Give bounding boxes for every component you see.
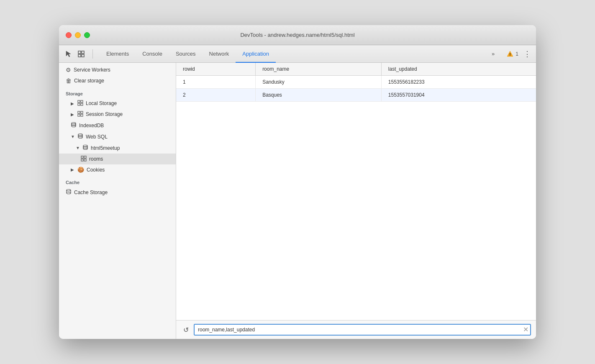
svg-rect-1	[82, 51, 84, 54]
rooms-icon	[81, 156, 87, 162]
maximize-button[interactable]	[84, 32, 90, 38]
sidebar-label-html5meetup: html5meetup	[91, 145, 120, 151]
warning-count: 1	[515, 51, 518, 57]
query-input-wrapper: ✕	[194, 324, 531, 336]
svg-rect-10	[81, 111, 83, 113]
tab-console[interactable]: Console	[136, 46, 169, 63]
cell-last_updated: 1553557031904	[381, 89, 536, 102]
svg-rect-22	[81, 156, 83, 158]
html5meetup-arrow	[76, 146, 80, 150]
sidebar-label-clear-storage: Clear storage	[74, 78, 104, 84]
table-row[interactable]: 1Sandusky1553556182233	[176, 76, 536, 89]
cookies-arrow	[71, 167, 75, 172]
data-table: rowid room_name last_updated 1Sandusky15…	[176, 63, 536, 320]
query-input[interactable]	[194, 324, 531, 336]
minimize-button[interactable]	[75, 32, 81, 38]
storage-section-label: Storage	[59, 86, 176, 98]
sidebar-label-session-storage: Session Storage	[86, 111, 123, 117]
cache-section-label: Cache	[59, 175, 176, 187]
traffic-lights	[66, 32, 90, 38]
close-button[interactable]	[66, 32, 72, 38]
sidebar-label-local-storage: Local Storage	[86, 100, 117, 106]
svg-rect-3	[82, 54, 84, 57]
cache-storage-icon	[66, 189, 72, 196]
cookies-icon: 🍪	[77, 167, 84, 173]
tab-sources[interactable]: Sources	[169, 46, 203, 63]
svg-rect-2	[78, 54, 81, 57]
inspect-icon[interactable]	[77, 49, 86, 59]
sidebar-item-clear-storage[interactable]: 🗑 Clear storage	[59, 75, 176, 86]
toolbar-icons	[64, 49, 93, 59]
svg-rect-7	[78, 103, 80, 105]
sidebar-item-session-storage[interactable]: Session Storage	[59, 109, 176, 120]
query-bar: ↺ ✕	[176, 320, 536, 339]
sidebar-item-local-storage[interactable]: Local Storage	[59, 98, 176, 109]
col-header-last-updated: last_updated	[381, 63, 536, 76]
window-title: DevTools - andrew.hedges.name/html5/sql.…	[240, 32, 354, 38]
local-storage-icon	[77, 100, 83, 107]
sidebar-label-cookies: Cookies	[87, 167, 105, 173]
sidebar-item-service-workers[interactable]: ⚙ Service Workers	[59, 64, 176, 75]
refresh-button[interactable]: ↺	[181, 325, 190, 334]
tab-network[interactable]: Network	[203, 46, 236, 63]
sidebar-label-rooms: rooms	[89, 156, 103, 162]
sidebar-item-cookies[interactable]: 🍪 Cookies	[59, 164, 176, 175]
warning-icon: !	[506, 50, 514, 58]
main-panel: rowid room_name last_updated 1Sandusky15…	[176, 63, 536, 339]
tabs: Elements Console Sources Network Applica…	[100, 45, 485, 62]
sidebar-label-cache-storage: Cache Storage	[74, 190, 108, 195]
cursor-icon[interactable]	[64, 49, 73, 59]
col-header-room-name: room_name	[256, 63, 382, 76]
svg-rect-8	[81, 103, 83, 105]
warning-badge[interactable]: ! 1	[506, 50, 518, 58]
tab-more[interactable]: »	[485, 51, 501, 58]
sidebar-item-web-sql[interactable]: Web SQL	[59, 131, 176, 142]
table-row[interactable]: 2Basques1553557031904	[176, 89, 536, 102]
web-sql-arrow	[71, 134, 75, 139]
trash-icon: 🗑	[66, 77, 72, 84]
svg-rect-6	[81, 100, 83, 103]
sidebar-item-html5meetup[interactable]: html5meetup	[59, 142, 176, 154]
sidebar-label-indexeddb: IndexedDB	[79, 123, 104, 128]
service-worker-icon: ⚙	[66, 67, 71, 73]
svg-rect-0	[78, 51, 81, 54]
table-header-row: rowid room_name last_updated	[176, 63, 536, 76]
svg-rect-9	[78, 111, 80, 113]
svg-rect-5	[78, 100, 80, 103]
svg-rect-25	[84, 159, 86, 161]
tab-elements[interactable]: Elements	[100, 46, 136, 63]
sidebar-item-indexeddb[interactable]: IndexedDB	[59, 120, 176, 131]
indexeddb-icon	[71, 122, 77, 129]
cell-last_updated: 1553556182233	[381, 76, 536, 89]
cell-rowid: 2	[176, 89, 256, 102]
titlebar: DevTools - andrew.hedges.name/html5/sql.…	[59, 25, 536, 45]
svg-rect-24	[81, 159, 83, 161]
sidebar-label-web-sql: Web SQL	[86, 134, 108, 140]
tab-application[interactable]: Application	[236, 46, 276, 63]
more-menu-icon[interactable]: ⋮	[523, 49, 531, 59]
svg-rect-23	[84, 156, 86, 158]
sidebar: ⚙ Service Workers 🗑 Clear storage Storag…	[59, 63, 176, 339]
cell-rowid: 1	[176, 76, 256, 89]
main-content: ⚙ Service Workers 🗑 Clear storage Storag…	[59, 63, 536, 339]
session-storage-icon	[77, 111, 83, 118]
svg-rect-11	[78, 114, 80, 116]
svg-rect-12	[81, 114, 83, 116]
svg-text:!: !	[510, 52, 511, 56]
sidebar-label-service-workers: Service Workers	[74, 67, 110, 73]
sidebar-item-cache-storage[interactable]: Cache Storage	[59, 187, 176, 198]
cell-room_name: Basques	[256, 89, 382, 102]
sidebar-item-rooms[interactable]: rooms	[59, 154, 176, 164]
session-storage-arrow	[71, 112, 75, 117]
web-sql-icon	[77, 133, 83, 140]
col-header-rowid: rowid	[176, 63, 256, 76]
local-storage-arrow	[71, 101, 75, 106]
toolbar: Elements Console Sources Network Applica…	[59, 45, 536, 63]
results-table: rowid room_name last_updated 1Sandusky15…	[176, 63, 536, 102]
svg-point-26	[67, 190, 71, 191]
query-clear-button[interactable]: ✕	[523, 326, 528, 333]
svg-point-27	[67, 192, 71, 194]
cell-room_name: Sandusky	[256, 76, 382, 89]
toolbar-right: » ! 1 ⋮	[485, 49, 531, 59]
html5meetup-icon	[82, 144, 88, 151]
